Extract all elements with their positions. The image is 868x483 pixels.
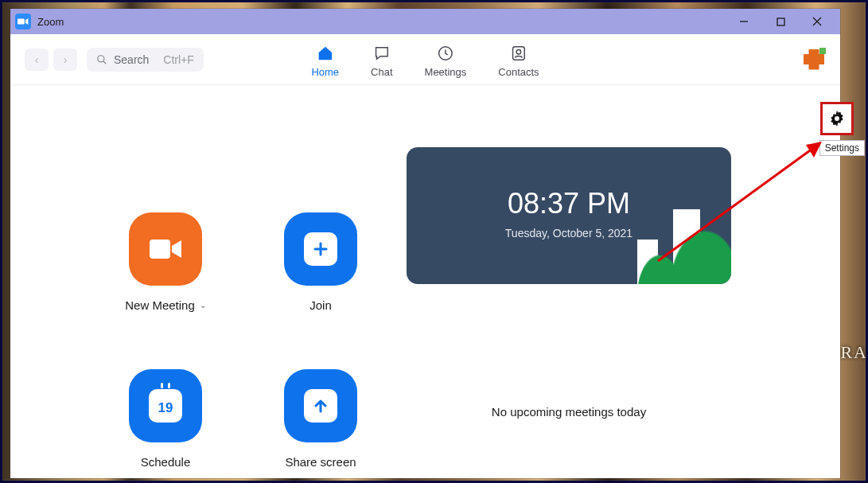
video-icon bbox=[146, 236, 185, 262]
clock-card: 08:37 PM Tuesday, October 5, 2021 bbox=[407, 147, 731, 284]
share-tile bbox=[284, 369, 357, 442]
maximize-button[interactable] bbox=[762, 9, 799, 34]
chat-icon bbox=[372, 44, 391, 63]
calendar-day: 19 bbox=[158, 400, 173, 416]
clock-time: 08:37 PM bbox=[407, 187, 731, 220]
svg-rect-8 bbox=[513, 47, 525, 60]
join-label: Join bbox=[309, 298, 332, 312]
tab-chat[interactable]: Chat bbox=[371, 44, 392, 78]
svg-line-6 bbox=[103, 60, 107, 64]
zoom-window: Zoom ‹ › Search Ctrl+F Home Chat Meeting… bbox=[10, 9, 840, 478]
tab-chat-label: Chat bbox=[371, 66, 392, 78]
search-shortcut: Ctrl+F bbox=[163, 53, 194, 66]
settings-tooltip: Settings bbox=[819, 140, 865, 156]
tab-meetings-label: Meetings bbox=[425, 66, 467, 78]
search-input[interactable]: Search Ctrl+F bbox=[87, 48, 204, 72]
home-icon bbox=[316, 44, 335, 63]
nav-back-button[interactable]: ‹ bbox=[25, 49, 49, 71]
svg-point-5 bbox=[98, 55, 104, 61]
share-screen-action[interactable]: Share screen bbox=[257, 369, 384, 478]
main-tabs: Home Chat Meetings Contacts bbox=[311, 44, 539, 78]
svg-rect-0 bbox=[18, 19, 25, 25]
schedule-label: Schedule bbox=[141, 455, 191, 469]
search-icon bbox=[96, 54, 107, 65]
nav-forward-button[interactable]: › bbox=[53, 49, 77, 71]
action-grid: New Meeting⌄ Join 19 Schedule bbox=[10, 85, 399, 478]
titlebar: Zoom bbox=[10, 9, 840, 34]
tab-meetings[interactable]: Meetings bbox=[425, 44, 467, 78]
settings-button[interactable] bbox=[820, 102, 854, 135]
profile-avatar[interactable] bbox=[802, 48, 826, 72]
minimize-button[interactable] bbox=[726, 9, 762, 34]
tab-contacts-label: Contacts bbox=[498, 66, 539, 78]
tab-home[interactable]: Home bbox=[311, 44, 339, 78]
clock-date: Tuesday, October 5, 2021 bbox=[407, 227, 731, 240]
join-tile bbox=[284, 212, 357, 286]
schedule-action[interactable]: 19 Schedule bbox=[102, 369, 229, 478]
desktop-fragment-text: RA bbox=[840, 342, 868, 363]
schedule-tile: 19 bbox=[129, 369, 202, 442]
tab-home-label: Home bbox=[311, 66, 339, 78]
chevron-down-icon[interactable]: ⌄ bbox=[200, 301, 206, 310]
new-meeting-label: New Meeting bbox=[125, 298, 195, 312]
zoom-app-icon bbox=[15, 14, 31, 29]
svg-rect-11 bbox=[161, 383, 163, 388]
new-meeting-tile bbox=[129, 212, 202, 286]
right-panel: 08:37 PM Tuesday, October 5, 2021 No upc… bbox=[399, 85, 840, 478]
tab-contacts[interactable]: Contacts bbox=[498, 44, 539, 78]
header-toolbar: ‹ › Search Ctrl+F Home Chat Meetings Con… bbox=[10, 34, 840, 85]
svg-rect-2 bbox=[777, 18, 784, 25]
arrow-up-icon bbox=[304, 389, 337, 423]
gear-icon bbox=[828, 110, 846, 127]
share-label: Share screen bbox=[285, 455, 356, 469]
window-title: Zoom bbox=[37, 16, 64, 28]
svg-rect-10 bbox=[150, 240, 170, 259]
join-action[interactable]: Join bbox=[257, 212, 384, 321]
contacts-icon bbox=[509, 44, 528, 63]
plus-icon bbox=[304, 232, 337, 266]
svg-rect-12 bbox=[168, 383, 170, 388]
svg-point-13 bbox=[835, 116, 839, 121]
svg-point-9 bbox=[516, 49, 521, 54]
clock-icon bbox=[436, 44, 455, 63]
search-placeholder: Search bbox=[114, 53, 149, 66]
no-meetings-text: No upcoming meetings today bbox=[407, 405, 731, 419]
calendar-icon: 19 bbox=[149, 389, 182, 423]
close-button[interactable] bbox=[799, 9, 835, 34]
new-meeting-action[interactable]: New Meeting⌄ bbox=[102, 212, 229, 321]
home-content: New Meeting⌄ Join 19 Schedule bbox=[10, 85, 840, 478]
